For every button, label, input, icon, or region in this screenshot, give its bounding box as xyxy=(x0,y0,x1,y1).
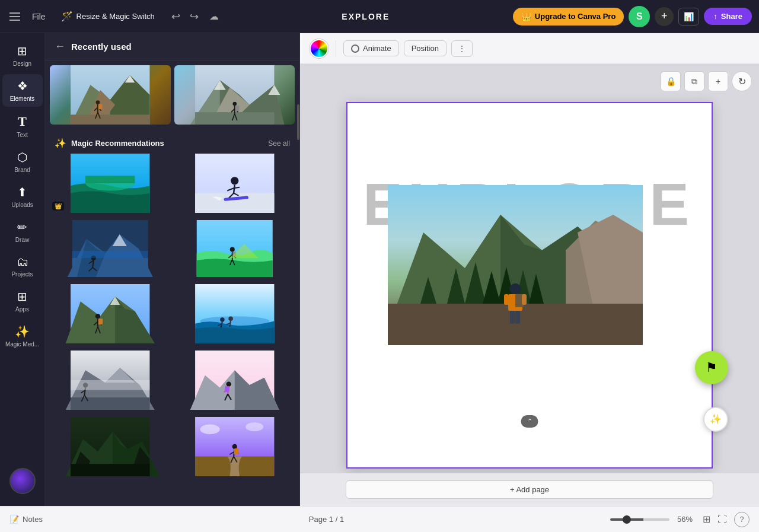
elements-icon: ❖ xyxy=(17,79,28,93)
sidebar-item-design[interactable]: ⊞ Design xyxy=(2,39,43,72)
help-button[interactable]: ? xyxy=(734,512,750,527)
design-canvas[interactable]: EXPLORE xyxy=(346,102,713,469)
bottom-circle-btn[interactable] xyxy=(9,468,36,494)
brand-icon: ⬡ xyxy=(17,150,27,164)
list-item[interactable] xyxy=(50,351,171,410)
list-item[interactable] xyxy=(50,284,171,343)
canvas-wrapper: 🔒 ⧉ + ↻ EXPLORE xyxy=(300,64,759,506)
file-menu-button[interactable]: File xyxy=(27,9,50,24)
svg-point-5 xyxy=(96,100,100,104)
show-pages-button[interactable]: ⌃ xyxy=(521,415,538,428)
list-item[interactable] xyxy=(174,284,295,343)
user-avatar[interactable]: S xyxy=(629,6,650,27)
refresh-button[interactable]: ↻ xyxy=(732,71,752,91)
see-all-button[interactable]: See all xyxy=(268,139,290,148)
grid-view-button[interactable]: ⊞ xyxy=(700,511,713,527)
images-grid-3 xyxy=(50,284,295,343)
svg-rect-130 xyxy=(510,311,515,324)
svg-rect-29 xyxy=(85,176,135,184)
sidebar-item-text[interactable]: T Text xyxy=(2,109,43,143)
list-item[interactable] xyxy=(174,154,295,213)
list-item[interactable] xyxy=(174,351,295,410)
design-icon: ⊞ xyxy=(17,44,27,58)
list-item[interactable]: 👑 xyxy=(50,154,171,213)
sidebar-item-draw[interactable]: ✏ Draw xyxy=(2,215,43,248)
sidebar-label-text: Text xyxy=(17,132,27,138)
sidebar-label-projects: Projects xyxy=(11,271,33,278)
panel-scrollbar xyxy=(297,104,299,140)
svg-rect-102 xyxy=(71,464,149,476)
undo-button[interactable]: ↩ xyxy=(168,8,184,26)
status-bar: 📝 Notes Page 1 / 1 56% ⊞ ⛶ ? xyxy=(0,506,759,532)
sidebar-label-brand: Brand xyxy=(14,167,30,173)
svg-rect-111 xyxy=(234,448,238,454)
position-button[interactable]: Position xyxy=(404,40,447,56)
zoom-slider[interactable] xyxy=(610,518,669,521)
svg-rect-133 xyxy=(522,294,527,305)
sidebar-item-apps[interactable]: ⊞ Apps xyxy=(2,285,43,317)
sidebar-item-uploads[interactable]: ⬆ Uploads xyxy=(2,180,43,213)
secondary-toolbar: Animate Position ⋮ xyxy=(300,33,759,64)
notes-icon: 📝 xyxy=(9,515,19,524)
list-item[interactable] xyxy=(50,65,171,125)
svg-point-105 xyxy=(232,444,237,449)
images-grid-2 xyxy=(50,220,295,277)
topbar-right: 👑 Upgrade to Canva Pro S + 📊 ↑ Share xyxy=(513,6,752,27)
panel-back-button[interactable]: ← xyxy=(55,40,65,53)
panel-title: Recently used xyxy=(71,42,132,52)
svg-point-134 xyxy=(509,283,521,294)
apps-icon: ⊞ xyxy=(17,289,27,304)
panel-header: ← Recently used xyxy=(45,33,299,60)
add-page-button[interactable]: + Add page xyxy=(346,480,713,499)
notes-label: Notes xyxy=(23,515,43,524)
sidebar-label-uploads: Uploads xyxy=(11,202,33,208)
projects-icon: 🗂 xyxy=(17,255,28,269)
animate-button[interactable]: Animate xyxy=(343,40,399,56)
analytics-button[interactable]: 📊 xyxy=(678,8,699,26)
share-button[interactable]: ↑ Share xyxy=(704,8,752,25)
svg-line-33 xyxy=(234,185,235,193)
svg-rect-48 xyxy=(72,251,148,258)
list-item[interactable] xyxy=(50,417,171,476)
crown-icon: 👑 xyxy=(521,12,531,21)
list-item[interactable] xyxy=(174,220,295,277)
sidebar-item-magic-media[interactable]: ✨ Magic Med... xyxy=(2,320,43,352)
color-wheel[interactable] xyxy=(310,39,329,58)
magic-switch-button[interactable]: 🪄 Resize & Magic Switch xyxy=(55,7,161,26)
svg-point-62 xyxy=(95,314,100,318)
share-label: Share xyxy=(721,12,742,21)
more-options-button[interactable]: ⋮ xyxy=(451,40,473,57)
fab-button[interactable]: ⚑ xyxy=(695,351,728,384)
canvas-controls: 🔒 ⧉ + ↻ xyxy=(661,71,752,91)
zoom-level: 56% xyxy=(674,515,696,524)
list-item[interactable] xyxy=(174,65,295,125)
menu-icon[interactable] xyxy=(7,10,23,23)
canvas-main-photo[interactable] xyxy=(388,185,643,345)
view-modes: ⊞ ⛶ xyxy=(700,511,729,527)
panel-content: ✨ Magic Recommendations See all xyxy=(45,60,299,506)
explore-button[interactable]: EXPLORE xyxy=(332,8,399,25)
sidebar-item-brand[interactable]: ⬡ Brand xyxy=(2,145,43,178)
copy-button[interactable]: ⧉ xyxy=(684,71,704,91)
sidebar-item-projects[interactable]: 🗂 Projects xyxy=(2,250,43,282)
add-collaborator-button[interactable]: + xyxy=(655,7,674,26)
list-item[interactable] xyxy=(174,417,295,476)
page-info: Page 1 / 1 xyxy=(47,515,605,524)
magic-switch-label: Resize & Magic Switch xyxy=(76,12,155,21)
redo-button[interactable]: ↪ xyxy=(186,8,202,26)
list-item[interactable] xyxy=(50,220,171,277)
lock-button[interactable]: 🔒 xyxy=(661,71,681,91)
topbar-left: File 🪄 Resize & Magic Switch ↩ ↪ ☁ xyxy=(7,7,219,26)
canvas-bottom: + Add page xyxy=(300,473,759,506)
magic-fab-button[interactable]: ✨ xyxy=(703,407,728,432)
sidebar-item-elements[interactable]: ❖ Elements xyxy=(2,74,43,107)
draw-icon: ✏ xyxy=(17,220,27,234)
fullscreen-button[interactable]: ⛶ xyxy=(715,511,729,527)
svg-rect-11 xyxy=(98,104,103,109)
animate-icon xyxy=(351,44,359,53)
add-element-button[interactable]: + xyxy=(708,71,728,91)
svg-point-91 xyxy=(226,382,231,387)
upgrade-button[interactable]: 👑 Upgrade to Canva Pro xyxy=(513,8,624,26)
notes-button[interactable]: 📝 Notes xyxy=(9,515,43,524)
magic-switch-icon: 🪄 xyxy=(61,11,73,22)
